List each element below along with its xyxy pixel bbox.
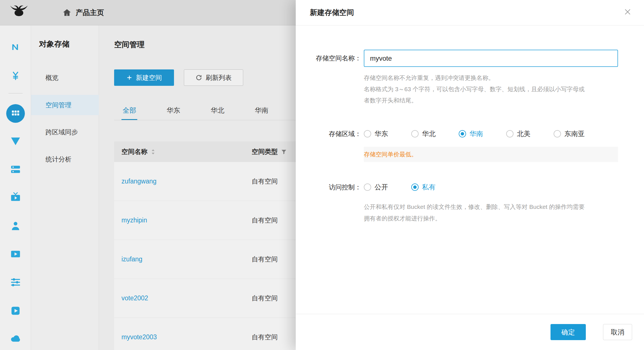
radio-label: 华南	[469, 129, 483, 138]
bucket-name-help: 存储空间名称不允许重复，遇到冲突请更换名称。 名称格式为 3～63 个字符，可以…	[364, 72, 626, 106]
region-option-huabei[interactable]: 华北	[411, 129, 436, 138]
rail-item-pipeline[interactable]	[0, 272, 31, 292]
refresh-list-button[interactable]: 刷新列表	[184, 69, 243, 86]
radio-icon	[364, 130, 371, 137]
sidebar-item-statistics[interactable]: 统计分析	[31, 149, 99, 169]
sidebar: 对象存储 概览 空间管理 跨区域同步 统计分析	[31, 25, 99, 350]
column-space-name-label: 空间名称	[121, 147, 147, 156]
radio-label: 公开	[375, 183, 388, 192]
sidebar-item-cross-region-sync[interactable]: 跨区域同步	[31, 122, 99, 142]
qiniu-logo-icon[interactable]	[10, 5, 28, 20]
video-icon	[10, 248, 21, 260]
cloud-icon	[10, 333, 21, 344]
home-link[interactable]: 产品主页	[62, 8, 104, 18]
region-option-huanan[interactable]: 华南	[459, 129, 483, 138]
icon-rail	[0, 25, 31, 350]
radio-checked-icon	[459, 130, 466, 137]
region-option-dongnanya[interactable]: 东南亚	[554, 129, 585, 138]
region-option-huadong[interactable]: 华东	[364, 129, 388, 138]
region-note-strip: 存储空间单价最低。	[364, 147, 618, 162]
page-title: 空间管理	[114, 40, 145, 50]
rail-item-video[interactable]	[0, 244, 31, 264]
new-space-button[interactable]: 新建空间	[114, 69, 174, 86]
rail-item-nav-logo[interactable]	[0, 37, 31, 57]
pipeline-icon	[10, 277, 21, 288]
rail-item-media[interactable]	[0, 187, 31, 207]
radio-icon	[411, 130, 419, 137]
rail-item-dora[interactable]	[0, 216, 31, 236]
radio-icon	[364, 183, 371, 191]
sort-icon[interactable]	[151, 148, 155, 155]
help-line: 者数字开头和结尾。	[364, 95, 626, 106]
media-icon	[10, 192, 21, 203]
help-line: 公开和私有仅对 Bucket 的读文件生效，修改、删除、写入等对 Bucket …	[364, 201, 626, 213]
space-name-link[interactable]: myzhipin	[121, 216, 252, 224]
radio-checked-icon	[411, 183, 419, 191]
radio-label: 北美	[517, 129, 530, 138]
tab-huabei[interactable]: 华北	[210, 106, 225, 120]
drawer-title: 新建存储空间	[310, 8, 354, 18]
storage-icon	[10, 108, 21, 119]
filter-icon[interactable]	[281, 149, 287, 155]
storage-region-label: 存储区域：	[296, 127, 361, 141]
radio-label: 华东	[375, 129, 388, 138]
access-help: 公开和私有仅对 Bucket 的读文件生效，修改、删除、写入等对 Bucket …	[364, 201, 626, 224]
drawer-footer: 确定 取消	[296, 314, 644, 350]
finance-icon	[10, 70, 21, 82]
close-button[interactable]	[622, 6, 633, 18]
home-label: 产品主页	[76, 8, 104, 17]
radio-icon	[554, 130, 561, 137]
rail-item-storage[interactable]	[0, 104, 31, 123]
refresh-icon	[195, 74, 202, 81]
tab-all[interactable]: 全部	[121, 106, 137, 120]
page: 产品主页	[0, 0, 644, 350]
radio-label: 东南亚	[564, 129, 585, 138]
cdn-icon	[10, 135, 21, 147]
access-option-public[interactable]: 公开	[364, 183, 388, 192]
rail-item-cloud[interactable]	[0, 329, 31, 348]
region-option-beimei[interactable]: 北美	[506, 129, 530, 138]
plus-icon	[126, 75, 132, 81]
close-icon	[624, 8, 631, 16]
cancel-button[interactable]: 取消	[603, 324, 632, 340]
new-space-label: 新建空间	[136, 73, 162, 82]
help-line: 存储空间名称不允许重复，遇到冲突请更换名称。	[364, 72, 626, 84]
player-icon	[10, 305, 21, 316]
selected-circle	[6, 104, 25, 123]
space-name-link[interactable]: myvote2003	[121, 333, 252, 341]
tab-huanan[interactable]: 华南	[254, 106, 269, 120]
refresh-list-label: 刷新列表	[206, 73, 232, 82]
radio-label: 私有	[422, 183, 436, 192]
nav-logo-icon	[10, 41, 21, 53]
create-bucket-drawer: 新建存储空间 存储空间名称： 存储空间名称不允许重复，遇到冲突请更换名称。 名称…	[296, 0, 644, 350]
tab-huadong[interactable]: 华东	[166, 106, 181, 120]
access-option-private[interactable]: 私有	[411, 183, 436, 192]
space-name-link[interactable]: vote2002	[121, 294, 252, 302]
rail-item-compute[interactable]	[0, 159, 31, 179]
bucket-name-label: 存储空间名称：	[296, 50, 361, 67]
radio-icon	[506, 130, 514, 137]
drawer-header: 新建存储空间	[296, 0, 644, 25]
sidebar-title: 对象存储	[39, 39, 69, 49]
home-icon	[62, 8, 72, 18]
access-radio-group: 公开 私有	[364, 180, 436, 194]
column-space-name: 空间名称	[121, 147, 252, 156]
rail-item-cdn[interactable]	[0, 131, 31, 151]
confirm-button[interactable]: 确定	[551, 324, 586, 340]
rail-divider	[8, 93, 23, 93]
radio-label: 华北	[422, 129, 436, 138]
rail-item-finance[interactable]	[0, 66, 31, 86]
space-name-link[interactable]: izufang	[121, 255, 252, 263]
dora-icon	[10, 220, 21, 232]
sidebar-item-overview[interactable]: 概览	[31, 67, 99, 88]
region-note: 存储空间单价最低。	[364, 150, 417, 158]
help-line: 拥有者的授权才能进行操作。	[364, 213, 626, 224]
space-name-link[interactable]: zufangwang	[121, 178, 252, 185]
region-radio-group: 华东 华北 华南 北美 东南亚	[364, 127, 585, 141]
sidebar-item-space-management[interactable]: 空间管理	[31, 95, 99, 115]
compute-icon	[10, 164, 21, 175]
column-space-type-label: 空间类型	[252, 147, 278, 156]
bucket-name-input[interactable]	[364, 50, 618, 67]
rail-item-player[interactable]	[0, 301, 31, 321]
help-line: 名称格式为 3～63 个字符，可以包含小写字母、数字、短划线，且必须以小写字母或	[364, 84, 626, 95]
